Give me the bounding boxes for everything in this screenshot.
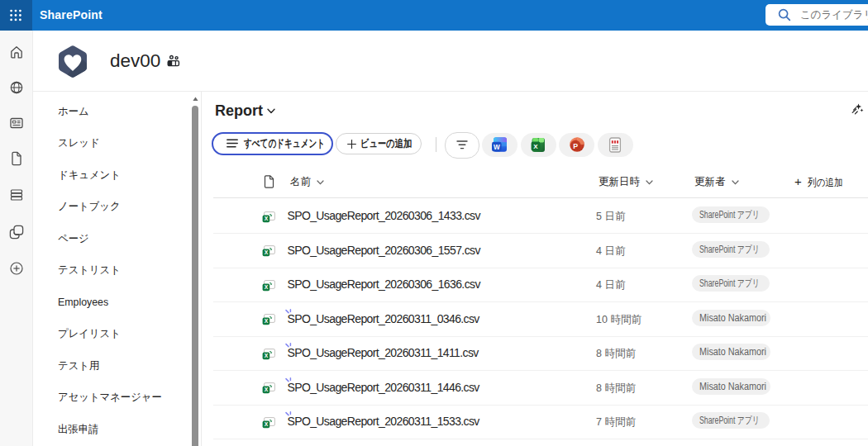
svg-text:X: X — [264, 387, 268, 393]
svg-text:X: X — [264, 353, 268, 358]
svg-text:X: X — [264, 421, 268, 427]
svg-text:X: X — [264, 216, 268, 221]
svg-text:X: X — [264, 319, 268, 325]
svg-text:X: X — [264, 284, 268, 290]
svg-text:P: P — [573, 142, 578, 150]
svg-text:X: X — [533, 143, 538, 150]
svg-text:W: W — [494, 144, 500, 151]
svg-text:X: X — [264, 250, 268, 256]
